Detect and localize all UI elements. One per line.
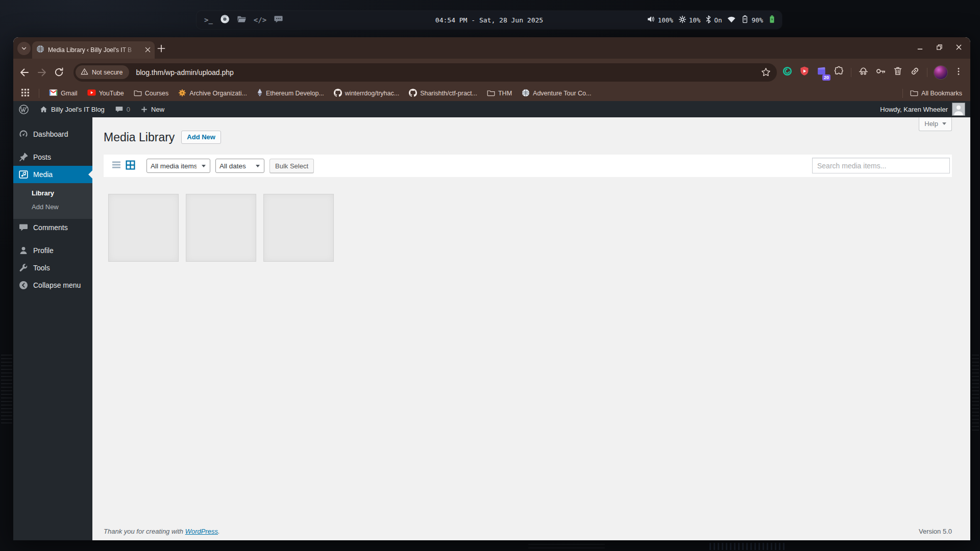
bookmark-folder-icon: [134, 89, 142, 98]
wordpress-link[interactable]: WordPress: [185, 528, 218, 535]
bookmarks-divider: [39, 89, 39, 98]
terminal-icon[interactable]: >_: [204, 16, 213, 24]
wp-logo-menu[interactable]: [13, 101, 34, 117]
menu-label: Profile: [33, 246, 54, 255]
file-manager-icon[interactable]: [237, 14, 247, 26]
extension-hat-icon[interactable]: [858, 66, 869, 79]
all-bookmarks-button[interactable]: All Bookmarks: [910, 89, 962, 98]
forward-button[interactable]: [36, 66, 48, 79]
submenu-item-add-new[interactable]: Add New: [13, 200, 92, 214]
search-media-input[interactable]: [812, 158, 950, 173]
bookmark-label: Adventure Tour Co...: [533, 90, 591, 97]
chrome-icon[interactable]: [220, 14, 230, 26]
brightness-indicator[interactable]: 10%: [678, 15, 701, 25]
speaker-icon: [647, 15, 655, 25]
bookmark-item[interactable]: THM: [487, 89, 512, 98]
add-new-button[interactable]: Add New: [181, 131, 221, 144]
site-name: Billy Joel's IT Blog: [51, 106, 105, 113]
list-view-icon[interactable]: [111, 160, 121, 172]
volume-indicator[interactable]: 100%: [647, 15, 673, 25]
battery-charging-icon[interactable]: [768, 15, 776, 25]
security-chip[interactable]: Not secure: [76, 65, 129, 79]
menu-item-comments[interactable]: Comments: [13, 219, 92, 236]
menu-item-media[interactable]: Media: [13, 166, 92, 183]
bluetooth-indicator[interactable]: On: [705, 15, 722, 25]
bookmark-item[interactable]: Archive Organizati...: [178, 89, 247, 98]
bulk-select-button[interactable]: Bulk Select: [270, 159, 314, 173]
bookmark-label: Ethereum Develop...: [266, 90, 324, 97]
system-status-tray: 100% 10% On 90%: [647, 15, 782, 25]
media-attachment[interactable]: [108, 194, 179, 262]
tab-close-icon[interactable]: [145, 45, 151, 55]
brightness-gear-icon: [678, 15, 687, 25]
howdy-greeting: Howdy, Karen Wheeler: [880, 106, 948, 113]
restore-icon[interactable]: [936, 43, 943, 53]
new-tab-button[interactable]: [155, 42, 167, 55]
bookmark-item[interactable]: winterrdog/tryhac...: [334, 89, 399, 98]
new-content-menu[interactable]: New: [135, 101, 169, 117]
menu-item-profile[interactable]: Profile: [13, 242, 92, 259]
all-bookmarks-label: All Bookmarks: [921, 90, 962, 97]
bookmark-item[interactable]: Sharishth/ctf-pract...: [409, 89, 477, 98]
submenu-item-library[interactable]: Library: [13, 186, 92, 200]
code-editor-icon[interactable]: </>: [254, 16, 266, 24]
close-icon[interactable]: [955, 43, 962, 53]
view-switcher: [111, 160, 136, 172]
browser-profile-avatar[interactable]: [934, 66, 947, 79]
back-button[interactable]: [18, 66, 31, 79]
kebab-menu-icon[interactable]: [954, 67, 963, 78]
bookmark-label: Courses: [145, 90, 169, 97]
comments-menu[interactable]: 0: [110, 101, 135, 117]
dock: >_ </>: [197, 14, 283, 26]
wifi-icon[interactable]: [727, 15, 736, 24]
extension-wallet-icon[interactable]: 20: [816, 66, 827, 79]
security-chip-label: Not secure: [92, 69, 122, 76]
trash-icon[interactable]: [893, 66, 903, 79]
browser-tab-active[interactable]: Media Library ‹ Billy Joel's IT B: [32, 41, 155, 59]
wp-content-area: Help Media Library Add New: [92, 117, 970, 540]
footer-thanks: Thank you for creating with WordPress.: [104, 528, 220, 535]
reload-button[interactable]: [53, 66, 65, 79]
footer-version: Version 5.0: [919, 528, 952, 535]
menu-item-posts[interactable]: Posts: [13, 148, 92, 166]
media-attachment[interactable]: [186, 194, 256, 262]
chat-icon[interactable]: [274, 14, 283, 26]
menu-item-tools[interactable]: Tools: [13, 259, 92, 277]
menu-item-collapse[interactable]: Collapse menu: [13, 277, 92, 294]
system-top-bar: >_ </> 04:54 PM - Sat, 28 Jun 2025 100%: [197, 11, 782, 29]
media-type-filter[interactable]: All media items: [146, 159, 210, 173]
site-name-menu[interactable]: Billy Joel's IT Blog: [34, 101, 110, 117]
minimize-icon[interactable]: [917, 43, 923, 53]
apps-grid-icon[interactable]: [21, 89, 29, 98]
help-button[interactable]: Help: [919, 117, 952, 131]
battery-indicator[interactable]: 90%: [741, 15, 763, 25]
extension-green-ring-icon[interactable]: [782, 66, 793, 79]
user-icon: [18, 245, 29, 256]
extensions-puzzle-icon[interactable]: [834, 66, 844, 79]
menu-item-dashboard[interactable]: Dashboard: [13, 126, 92, 143]
media-attachment[interactable]: [263, 194, 334, 262]
volume-value: 100%: [658, 16, 673, 24]
address-bar[interactable]: Not secure blog.thm/wp-admin/upload.php: [74, 63, 777, 82]
window-controls: [917, 37, 962, 59]
help-label: Help: [924, 120, 938, 128]
tab-title: Media Library ‹ Billy Joel's IT B: [48, 46, 141, 54]
bookmark-star-icon[interactable]: [761, 67, 771, 80]
bookmark-item[interactable]: Ethereum Develop...: [257, 88, 324, 98]
page-title-row: Media Library Add New: [92, 117, 970, 145]
date-filter[interactable]: All dates: [215, 159, 264, 173]
bookmark-item[interactable]: Gmail: [49, 89, 78, 98]
bookmark-item[interactable]: Courses: [134, 89, 169, 98]
chevron-down-icon: [20, 45, 28, 52]
tab-search-button[interactable]: [17, 42, 31, 55]
extension-red-shield-icon[interactable]: [799, 66, 810, 79]
menu-label: Comments: [33, 223, 68, 232]
my-account-menu[interactable]: Howdy, Karen Wheeler: [880, 103, 970, 116]
link-icon[interactable]: [910, 66, 920, 79]
grid-view-icon[interactable]: [125, 160, 136, 172]
bookmarks-divider: [902, 89, 903, 98]
page-title: Media Library: [104, 130, 175, 145]
key-icon[interactable]: [875, 66, 886, 79]
bookmark-item[interactable]: YouTube: [87, 89, 124, 97]
bookmark-item[interactable]: Adventure Tour Co...: [522, 89, 591, 98]
